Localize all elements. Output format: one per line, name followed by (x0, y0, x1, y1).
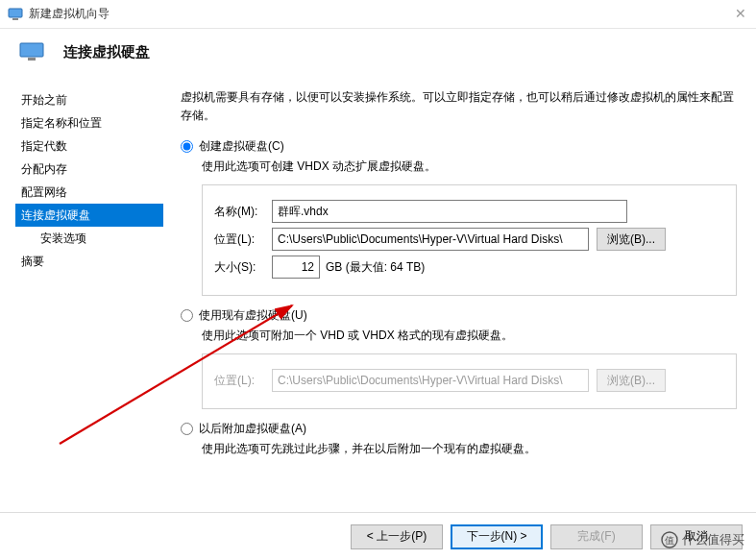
svg-rect-1 (12, 18, 18, 20)
existing-field-group: 位置(L): 浏览(B)... (202, 353, 737, 409)
create-field-group: 名称(M): 位置(L): 浏览(B)... 大小(S): GB (最大值: 6… (202, 184, 737, 296)
radio-existing-label: 使用现有虚拟硬盘(U) (199, 307, 307, 324)
location-label: 位置(L): (214, 231, 272, 248)
radio-existing[interactable] (181, 309, 193, 322)
wizard-footer: < 上一步(P) 下一步(N) > 完成(F) 取消 (0, 512, 756, 560)
wizard-header: 连接虚拟硬盘 (0, 29, 756, 71)
option-create-row[interactable]: 创建虚拟硬盘(C) (181, 138, 737, 155)
existing-location-input (272, 369, 589, 392)
finish-button: 完成(F) (550, 524, 643, 549)
prev-button[interactable]: < 上一步(P) (351, 524, 443, 549)
size-input[interactable] (272, 256, 320, 279)
existing-browse-button: 浏览(B)... (597, 369, 666, 392)
sidebar-item-install-options[interactable]: 安装选项 (15, 227, 163, 250)
sidebar-item-virtual-disk[interactable]: 连接虚拟硬盘 (15, 204, 163, 227)
cancel-button[interactable]: 取消 (650, 524, 743, 549)
radio-create-label: 创建虚拟硬盘(C) (199, 138, 284, 155)
page-title: 连接虚拟硬盘 (63, 43, 150, 61)
name-input[interactable] (272, 200, 627, 223)
sidebar-item-network[interactable]: 配置网络 (15, 181, 163, 204)
app-icon (8, 7, 23, 22)
sidebar-item-memory[interactable]: 分配内存 (15, 158, 163, 181)
wizard-icon (19, 42, 44, 61)
location-input[interactable] (272, 228, 589, 251)
svg-rect-2 (20, 43, 43, 57)
titlebar: 新建虚拟机向导 ✕ (0, 0, 756, 29)
sidebar-item-before-begin[interactable]: 开始之前 (15, 88, 163, 111)
name-label: 名称(M): (214, 204, 272, 220)
wizard-steps-sidebar: 开始之前 指定名称和位置 指定代数 分配内存 配置网络 连接虚拟硬盘 安装选项 … (0, 71, 163, 504)
close-icon[interactable]: ✕ (733, 6, 748, 21)
sidebar-item-summary[interactable]: 摘要 (15, 250, 163, 273)
svg-rect-3 (28, 58, 36, 61)
intro-text: 虚拟机需要具有存储，以便可以安装操作系统。可以立即指定存储，也可以稍后通过修改虚… (181, 88, 737, 125)
option-create-desc: 使用此选项可创建 VHDX 动态扩展虚拟硬盘。 (202, 158, 737, 175)
option-existing-desc: 使用此选项可附加一个 VHD 或 VHDX 格式的现有虚拟硬盘。 (202, 328, 737, 344)
next-button[interactable]: 下一步(N) > (451, 524, 543, 549)
existing-location-label: 位置(L): (214, 373, 272, 389)
svg-rect-0 (9, 9, 22, 17)
radio-later-label: 以后附加虚拟硬盘(A) (199, 421, 306, 437)
radio-later[interactable] (181, 423, 193, 435)
option-later-row[interactable]: 以后附加虚拟硬盘(A) (181, 421, 737, 437)
browse-button[interactable]: 浏览(B)... (597, 228, 666, 251)
sidebar-item-name-location[interactable]: 指定名称和位置 (15, 111, 163, 134)
size-unit: GB (最大值: 64 TB) (326, 259, 425, 276)
option-later-desc: 使用此选项可先跳过此步骤，并在以后附加一个现有的虚拟硬盘。 (202, 441, 737, 457)
option-existing-row[interactable]: 使用现有虚拟硬盘(U) (181, 307, 737, 324)
radio-create[interactable] (181, 140, 193, 153)
wizard-content: 虚拟机需要具有存储，以便可以安装操作系统。可以立即指定存储，也可以稍后通过修改虚… (163, 71, 756, 504)
sidebar-item-generation[interactable]: 指定代数 (15, 134, 163, 158)
window-title: 新建虚拟机向导 (29, 6, 110, 22)
size-label: 大小(S): (214, 259, 272, 276)
